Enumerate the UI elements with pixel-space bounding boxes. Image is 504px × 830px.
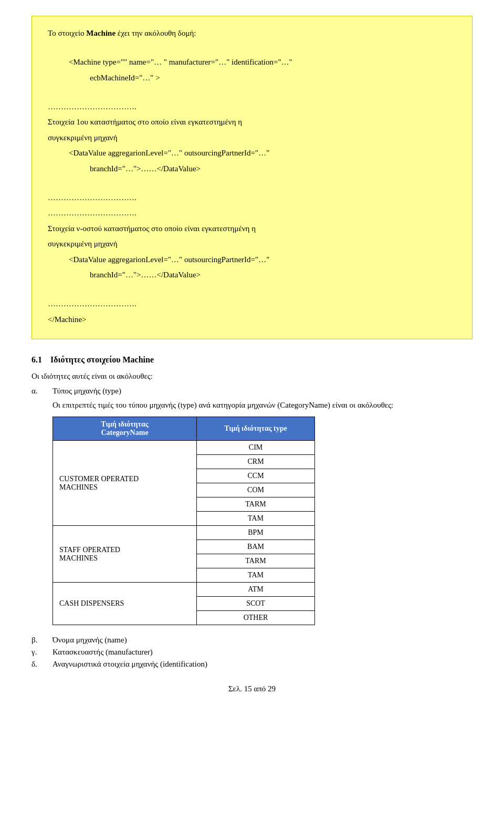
sub-item-delta: δ. Αναγνωριστικά στοιχεία μηχανής (ident… <box>32 660 472 669</box>
type-table: Τιμή ιδιότηταςCategoryName Τιμή ιδιότητα… <box>52 417 315 625</box>
page: Το στοιχείο Machine έχει την ακόλουθη δο… <box>0 0 504 830</box>
category-cell-customer: CUSTOMER OPERATEDMACHINES <box>53 441 197 526</box>
type-cell-scot: SCOT <box>197 597 315 611</box>
type-cell-tarm-1: TARM <box>197 497 315 512</box>
type-cell-cim: CIM <box>197 441 315 455</box>
type-cell-tam-2: TAM <box>197 568 315 583</box>
type-cell-other: OTHER <box>197 611 315 625</box>
delta-text: Αναγνωριστικά στοιχεία μηχανής (identifi… <box>52 660 207 669</box>
type-cell-tam-1: TAM <box>197 512 315 526</box>
sub-item-gamma: γ. Κατασκευαστής (manufacturer) <box>32 648 472 657</box>
dots-line-1: ……………………………. <box>48 100 456 114</box>
table-row: CUSTOMER OPERATEDMACHINES CIM <box>53 441 315 455</box>
intro-line: Το στοιχείο Machine έχει την ακόλουθη δο… <box>48 27 456 40</box>
table-container: Τιμή ιδιότηταςCategoryName Τιμή ιδιότητα… <box>52 417 472 625</box>
table-row: STAFF OPERATEDMACHINES BPM <box>53 526 315 540</box>
category-cell-cash: CASH DISPENSERS <box>53 583 197 625</box>
alpha-label: α. <box>32 387 42 396</box>
comment-1a: Στοιχεία 1ου καταστήματος στο οποίο είνα… <box>48 116 456 129</box>
type-cell-atm: ATM <box>197 583 315 597</box>
dots-line-2: ……………………………. <box>48 191 456 205</box>
datavalue-1b: branchId="…">……</DataValue> <box>90 162 456 176</box>
xml-open-tag-2: ecbMachineId="…" > <box>90 71 456 85</box>
alpha-title: Τύπος μηχανής (type) <box>52 387 121 396</box>
type-cell-crm: CRM <box>197 455 315 469</box>
machine-bold: Machine <box>86 29 116 37</box>
section-title: Ιδιότητες στοιχείου Machine <box>50 355 154 364</box>
datavalue-2a: <DataValue aggregarionLevel="…" outsourc… <box>69 253 456 267</box>
xml-description-box: Το στοιχείο Machine έχει την ακόλουθη δο… <box>32 16 472 339</box>
page-footer: Σελ. 15 από 29 <box>32 684 472 693</box>
type-cell-tarm-2: TARM <box>197 554 315 568</box>
type-cell-com: COM <box>197 483 315 497</box>
comment-1b: συγκεκριμένη μηχανή <box>48 131 456 145</box>
section-number: 6.1 <box>32 355 42 364</box>
gamma-text: Κατασκευαστής (manufacturer) <box>52 648 153 657</box>
datavalue-1a: <DataValue aggregarionLevel="…" outsourc… <box>69 147 456 160</box>
footer-text: Σελ. 15 από 29 <box>228 684 276 693</box>
xml-open-tag-1: <Machine type="" name="… " manufacturer=… <box>69 56 456 69</box>
dots-line-4: ……………………………. <box>48 297 456 311</box>
datavalue-2b: branchId="…">……</DataValue> <box>90 268 456 282</box>
sub-item-beta: β. Όνομα μηχανής (name) <box>32 636 472 645</box>
comment-2a: Στοιχεία ν-οστού καταστήματος στο οποίο … <box>48 222 456 236</box>
intro-text: Οι ιδιότητες αυτές είναι οι ακόλουθες: <box>32 370 472 382</box>
xml-close-tag: </Machine> <box>48 313 456 327</box>
beta-label: β. <box>32 636 42 645</box>
gamma-label: γ. <box>32 648 42 657</box>
type-cell-bpm: BPM <box>197 526 315 540</box>
dots-line-3: ……………………………. <box>48 206 456 220</box>
col-header-type: Τιμή ιδιότητας type <box>197 417 315 441</box>
beta-text: Όνομα μηχανής (name) <box>52 636 127 645</box>
sub-item-alpha: α. Τύπος μηχανής (type) <box>32 387 472 396</box>
category-cell-staff: STAFF OPERATEDMACHINES <box>53 526 197 583</box>
table-row: CASH DISPENSERS ATM <box>53 583 315 597</box>
type-cell-ccm: CCM <box>197 469 315 483</box>
section-6-1-heading: 6.1 Ιδιότητες στοιχείου Machine <box>32 355 472 365</box>
type-cell-bam: BAM <box>197 540 315 554</box>
alpha-desc: Οι επιτρεπτές τιμές του τύπου μηχανής (t… <box>52 399 472 411</box>
delta-label: δ. <box>32 660 42 669</box>
col-header-category: Τιμή ιδιότηταςCategoryName <box>53 417 197 441</box>
comment-2b: συγκεκριμένη μηχανή <box>48 237 456 251</box>
